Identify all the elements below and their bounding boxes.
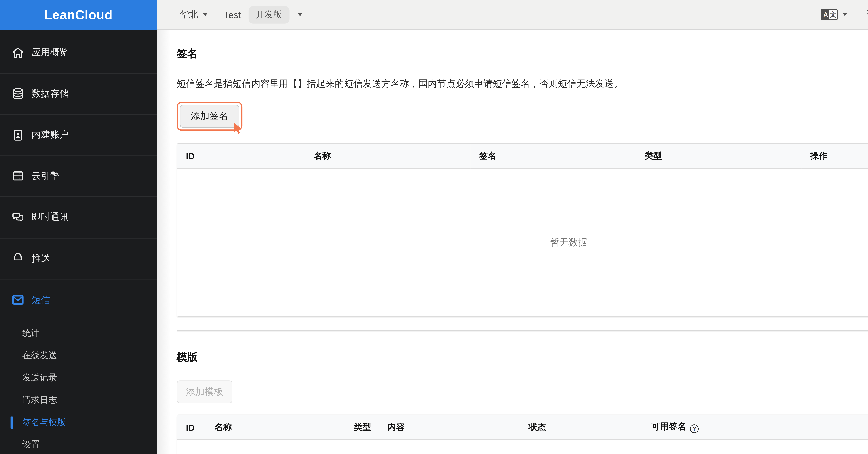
- sidebar-item-online-send[interactable]: 在线发送: [0, 344, 157, 367]
- col-header-available-signatures: 可用签名?: [643, 415, 868, 440]
- signature-section-title: 签名: [177, 46, 868, 61]
- subnav-label: 发送记录: [22, 372, 57, 383]
- chat-icon: [11, 210, 25, 224]
- empty-state: 暂无数据: [177, 168, 868, 316]
- app-switcher-dropdown[interactable]: Test 开发版: [224, 6, 302, 23]
- active-indicator-bar: [10, 416, 13, 428]
- language-dropdown[interactable]: A文: [821, 9, 847, 21]
- cursor-pointer-icon: [234, 123, 244, 134]
- content-area: 签名 短信签名是指短信内容里用【】括起来的短信发送方名称，国内节点必须申请短信签…: [157, 30, 868, 454]
- sidebar-item-data-storage[interactable]: 数据存储: [0, 73, 157, 115]
- chevron-down-icon: [842, 13, 847, 16]
- sidebar-nav: 应用概览 数据存储 内建账户 云引擎: [0, 30, 157, 321]
- help-label: 帮助: [867, 9, 868, 21]
- col-header-id: ID: [177, 144, 305, 168]
- sidebar-item-settings[interactable]: 设置: [0, 433, 157, 454]
- sidebar-item-push[interactable]: 推送: [0, 238, 157, 280]
- sidebar-item-label: 云引擎: [32, 170, 60, 182]
- app-env-badge: 开发版: [248, 6, 289, 23]
- chevron-down-icon: [203, 13, 208, 16]
- subnav-label: 统计: [22, 327, 40, 338]
- subnav-label: 签名与模版: [22, 417, 66, 428]
- col-header-id: ID: [177, 415, 206, 440]
- server-icon: [11, 169, 25, 183]
- id-card-icon: [11, 128, 25, 142]
- region-dropdown[interactable]: 华北: [180, 9, 208, 21]
- app-name-label: Test: [224, 9, 241, 20]
- col-header-type: 类型: [636, 144, 802, 168]
- section-divider: [177, 330, 868, 331]
- region-label: 华北: [180, 9, 198, 21]
- signatures-table: ID 名称 签名 类型 操作 暂无数据: [177, 143, 868, 317]
- col-header-actions: 操作: [802, 144, 868, 168]
- subnav-label: 在线发送: [22, 350, 57, 361]
- sidebar-item-builtin-accounts[interactable]: 内建账户: [0, 115, 157, 156]
- subnav-label: 请求日志: [22, 394, 57, 406]
- sidebar-item-label: 内建账户: [32, 129, 69, 141]
- templates-table-header: ID 名称 类型 内容 状态 可用签名? 操作: [177, 415, 868, 440]
- sidebar-item-cloud-engine[interactable]: 云引擎: [0, 156, 157, 197]
- sidebar-item-label: 即时通讯: [32, 212, 69, 223]
- col-header-signature: 签名: [470, 144, 636, 168]
- sidebar-item-label: 应用概览: [32, 47, 69, 59]
- col-header-name: 名称: [305, 144, 470, 168]
- table-body-cutoff: [177, 440, 868, 454]
- chevron-down-icon: [297, 13, 302, 16]
- col-header-name: 名称: [206, 415, 345, 440]
- add-signature-button[interactable]: 添加签名: [180, 105, 239, 128]
- col-header-content: 内容: [379, 415, 520, 440]
- sidebar-item-app-overview[interactable]: 应用概览: [0, 32, 157, 73]
- leancloud-logo[interactable]: LeanCloud: [0, 0, 157, 30]
- templates-table: ID 名称 类型 内容 状态 可用签名? 操作: [177, 415, 868, 454]
- bell-icon: [11, 252, 25, 265]
- sidebar-item-sms[interactable]: 短信: [0, 280, 157, 321]
- sidebar-item-send-records[interactable]: 发送记录: [0, 366, 157, 389]
- sidebar-item-instant-messaging[interactable]: 即时通讯: [0, 197, 157, 238]
- sidebar-item-label: 数据存储: [32, 88, 69, 100]
- home-icon: [11, 46, 25, 59]
- signature-description: 短信签名是指短信内容里用【】括起来的短信发送方名称，国内节点必须申请短信签名，否…: [177, 78, 868, 90]
- signatures-table-header: ID 名称 签名 类型 操作: [177, 144, 868, 168]
- available-signatures-label: 可用签名: [652, 422, 686, 431]
- app-window: LeanCloud 应用概览 数据存储 内建账户: [0, 0, 868, 454]
- sidebar-subnav-sms: 统计 在线发送 发送记录 请求日志 签名与模版 设置: [0, 321, 157, 454]
- sidebar-item-label: 推送: [32, 253, 50, 264]
- translate-icon: A文: [821, 9, 838, 21]
- help-circle-icon[interactable]: ?: [690, 424, 699, 433]
- help-dropdown[interactable]: 帮助: [867, 9, 868, 21]
- template-section-title: 模版: [177, 350, 868, 364]
- database-icon: [11, 87, 25, 101]
- topbar: 华北 Test 开发版 A文 帮助: [157, 0, 868, 30]
- col-header-status: 状态: [520, 415, 643, 440]
- mail-icon: [11, 293, 25, 307]
- add-template-button[interactable]: 添加模板: [177, 381, 232, 403]
- sidebar: LeanCloud 应用概览 数据存储 内建账户: [0, 0, 157, 454]
- sidebar-item-signatures-templates[interactable]: 签名与模版: [0, 411, 157, 433]
- topbar-right: A文 帮助: [821, 0, 868, 29]
- click-target-highlight: 添加签名: [177, 102, 242, 131]
- sidebar-item-request-logs[interactable]: 请求日志: [0, 389, 157, 411]
- col-header-type: 类型: [345, 415, 379, 440]
- sidebar-item-label: 短信: [32, 294, 50, 306]
- subnav-label: 设置: [22, 439, 40, 450]
- main-column: 华北 Test 开发版 A文 帮助: [157, 0, 868, 454]
- sidebar-item-statistics[interactable]: 统计: [0, 322, 157, 344]
